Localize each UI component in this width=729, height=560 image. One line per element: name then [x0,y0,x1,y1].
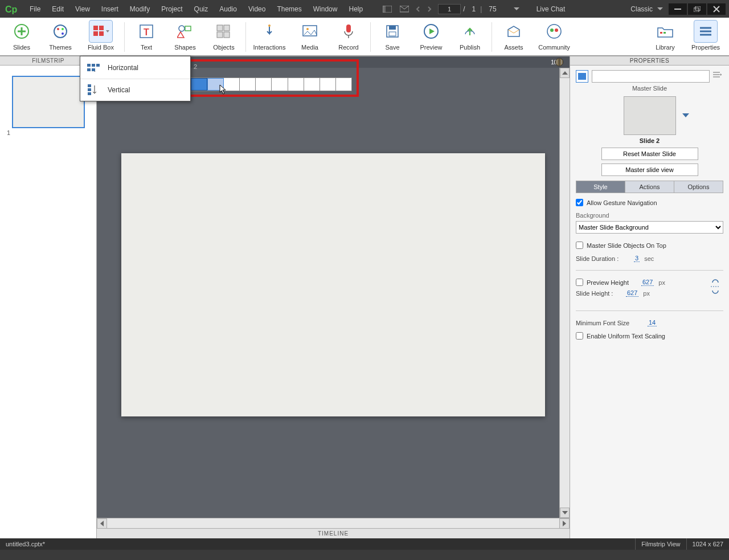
close-button[interactable] [707,3,726,15]
column-cell-10[interactable] [336,78,351,91]
master-slide-view-button[interactable]: Master slide view [601,163,698,176]
shapes-icon [173,20,197,43]
tool-publish[interactable]: Publish [450,19,489,55]
maximize-button[interactable] [688,3,706,15]
scroll-right-icon[interactable] [559,518,570,529]
tool-objects-label: Objects [213,44,234,51]
preview-height-value[interactable]: 627 [641,279,654,286]
background-select[interactable]: Master Slide Background [576,221,723,234]
menu-audio[interactable]: Audio [214,3,243,15]
menu-video[interactable]: Video [243,3,271,15]
column-cell-3[interactable] [224,78,240,91]
column-count-label: 2 [194,63,197,70]
master-slide-caret-icon[interactable] [682,113,689,118]
slide-duration-value[interactable]: 3 [634,255,640,262]
object-name-input[interactable] [592,70,710,83]
workspace-selector[interactable]: Classic [630,5,653,13]
slide-stage[interactable] [121,153,545,416]
tab-style[interactable]: Style [576,181,625,193]
tool-themes[interactable]: Themes [41,19,80,55]
uniform-scaling-checkbox[interactable] [576,332,583,340]
column-picker[interactable] [190,77,352,91]
menu-view[interactable]: View [69,3,96,15]
master-slide-thumbnail[interactable] [624,96,676,135]
redo-icon[interactable] [424,4,435,14]
panel-menu-icon[interactable] [713,71,723,81]
svg-text:T: T [144,27,149,37]
tool-media[interactable]: Media [290,19,329,55]
stage-viewport[interactable] [97,68,570,518]
menu-help[interactable]: Help [343,3,368,15]
menu-modify[interactable]: Modify [124,3,155,15]
vertical-scrollbar[interactable] [559,68,570,518]
page-current-input[interactable] [438,4,461,14]
allow-gesture-checkbox[interactable] [576,199,583,206]
tool-shapes-label: Shapes [174,44,195,51]
svg-rect-54 [92,68,95,71]
status-dimensions: 1024 x 627 [686,538,729,550]
fluid-box-vertical-item[interactable]: Vertical [80,79,190,101]
status-view-mode[interactable]: Filmstrip View [635,538,686,550]
scroll-down-icon[interactable] [560,508,570,518]
tab-actions[interactable]: Actions [625,181,674,193]
svg-rect-15 [99,31,104,36]
tool-assets[interactable]: Assets [494,19,533,55]
tool-text[interactable]: T Text [127,19,166,55]
column-cell-4[interactable] [240,78,256,91]
slide-height-value[interactable]: 627 [626,289,638,297]
svg-point-9 [57,28,59,30]
tool-interactions[interactable]: Interactions [248,19,290,55]
master-on-top-checkbox[interactable] [576,242,583,249]
menu-insert[interactable]: Insert [96,3,124,15]
tool-properties[interactable]: Properties [685,19,727,55]
zoom-dropdown-icon[interactable] [514,7,519,11]
menu-edit[interactable]: Edit [46,3,69,15]
tab-options[interactable]: Options [674,181,723,193]
menu-quiz[interactable]: Quiz [189,3,214,15]
min-font-value[interactable]: 14 [648,319,657,326]
column-picker-highlight: 2 [181,59,359,97]
tool-preview[interactable]: Preview [412,19,450,55]
mail-icon[interactable] [399,4,409,14]
svg-rect-31 [389,32,396,36]
scroll-up-icon[interactable] [560,68,570,78]
zoom-value[interactable]: 75 [489,5,496,13]
column-cell-9[interactable] [320,78,336,91]
column-cell-7[interactable] [288,78,304,91]
reset-master-slide-button[interactable]: Reset Master Slide [601,148,698,160]
scroll-left-icon[interactable] [97,518,107,529]
tool-fluid-box[interactable]: Fluid Box [80,19,122,55]
tool-shapes[interactable]: Shapes [166,19,204,55]
layout-icon[interactable] [382,4,392,14]
minimize-button[interactable] [669,3,687,15]
column-cell-6[interactable] [272,78,288,91]
fluid-box-horizontal-item[interactable]: Horizontal [80,56,190,79]
menu-themes[interactable]: Themes [271,3,307,15]
column-cell-1[interactable] [191,78,207,91]
app-logo-icon: Cp [3,3,21,15]
breakpoint-handle-icon[interactable] [551,58,567,67]
svg-point-8 [54,25,67,38]
unlink-height-icon[interactable] [707,279,723,295]
horizontal-scrollbar[interactable] [97,518,570,528]
slide-thumbnail-1[interactable] [12,76,85,128]
undo-icon[interactable] [414,4,424,14]
tool-library[interactable]: Library [646,19,685,55]
column-cell-2[interactable] [207,78,224,91]
tool-record[interactable]: Record [329,19,368,55]
column-cell-5[interactable] [256,78,272,91]
tool-save[interactable]: Save [373,19,412,55]
tool-objects[interactable]: Objects [204,19,243,55]
live-chat-link[interactable]: Live Chat [536,5,566,13]
workspace-caret-icon[interactable] [657,7,663,11]
properties-icon [694,20,718,43]
menu-window[interactable]: Window [308,3,343,15]
menu-file[interactable]: File [24,3,46,15]
tool-slides[interactable]: Slides [2,19,41,55]
preview-height-checkbox[interactable] [576,279,583,286]
tool-community[interactable]: Community [533,19,575,55]
menu-project[interactable]: Project [155,3,188,15]
record-icon [337,20,361,43]
timeline-header[interactable]: TIMELINE [97,528,570,538]
column-cell-8[interactable] [304,78,320,91]
